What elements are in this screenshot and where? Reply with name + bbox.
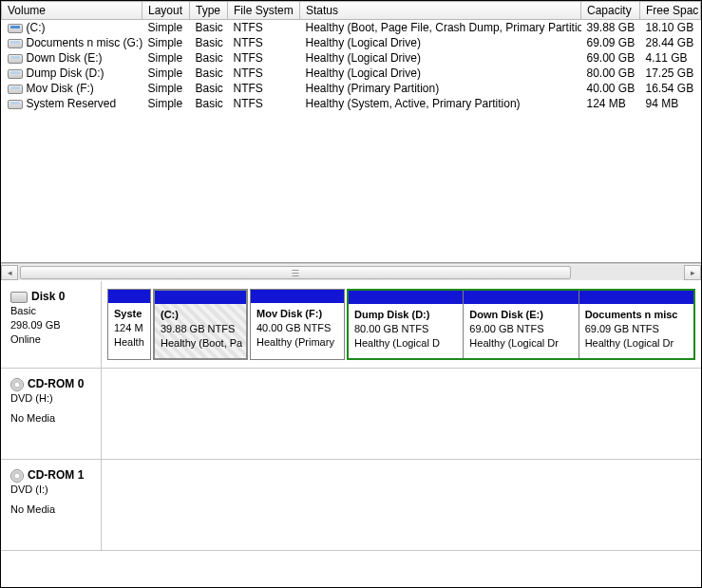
column-header-row[interactable]: Volume Layout Type File System Status Ca… xyxy=(2,2,701,20)
partition-size: 39.88 GB NTFS xyxy=(161,322,240,336)
col-freespace[interactable]: Free Spac xyxy=(640,2,701,20)
cdrom0-nomedia: No Media xyxy=(10,406,95,426)
volume-free: 94 MB xyxy=(640,96,701,111)
partition-size: 40.00 GB NTFS xyxy=(256,321,338,335)
disk-graphical-pane[interactable]: Disk 0 Basic 298.09 GB Online Syste124 M… xyxy=(1,280,701,587)
horizontal-scrollbar[interactable]: ◂ ▸ xyxy=(1,263,701,280)
volume-fs: NTFS xyxy=(228,66,300,81)
col-type[interactable]: Type xyxy=(190,2,228,20)
volume-row[interactable]: (C:)SimpleBasicNTFSHealthy (Boot, Page F… xyxy=(2,20,701,36)
volume-capacity: 80.00 GB xyxy=(581,66,640,81)
volume-name: Down Disk (E:) xyxy=(27,51,103,65)
volume-status: Healthy (Logical Drive) xyxy=(300,50,581,66)
volume-free: 17.25 GB xyxy=(640,66,701,81)
volume-row[interactable]: System ReservedSimpleBasicNTFSHealthy (S… xyxy=(2,96,701,111)
partition-status: Health xyxy=(114,335,144,350)
partition-box[interactable]: Documents n misc69.09 GB NTFSHealthy (Lo… xyxy=(579,291,693,358)
drive-icon xyxy=(8,54,23,64)
volume-type: Basic xyxy=(190,20,228,36)
volume-fs: NTFS xyxy=(228,96,300,111)
col-layout[interactable]: Layout xyxy=(142,2,190,20)
disk-row-cdrom1[interactable]: CD-ROM 1 DVD (I:) No Media xyxy=(1,460,701,551)
col-filesystem[interactable]: File System xyxy=(228,2,300,20)
scroll-thumb[interactable] xyxy=(20,266,571,279)
drive-icon xyxy=(8,69,23,79)
volume-layout: Simple xyxy=(142,50,190,66)
volume-type: Basic xyxy=(190,81,228,96)
partition-color-bar xyxy=(155,291,246,304)
partition-color-bar xyxy=(464,291,578,304)
partition-box[interactable]: Syste124 MHealth xyxy=(107,289,151,360)
volume-capacity: 39.88 GB xyxy=(581,20,640,36)
partition-size: 69.09 GB NTFS xyxy=(585,322,688,336)
partition-color-bar xyxy=(251,290,344,303)
volume-fs: NTFS xyxy=(228,20,300,36)
partition-name: Mov Disk (F:) xyxy=(256,307,338,321)
disk-title: Disk 0 xyxy=(31,290,65,303)
partition-name: (C:) xyxy=(161,308,240,322)
disk-row-disk0[interactable]: Disk 0 Basic 298.09 GB Online Syste124 M… xyxy=(1,281,701,369)
cdrom0-title: CD-ROM 0 xyxy=(28,377,84,390)
volume-table[interactable]: Volume Layout Type File System Status Ca… xyxy=(1,1,701,111)
volume-capacity: 69.00 GB xyxy=(581,50,640,66)
volume-capacity: 124 MB xyxy=(581,96,640,111)
disk-header-disk0[interactable]: Disk 0 Basic 298.09 GB Online xyxy=(1,281,102,368)
drive-icon xyxy=(8,100,23,109)
drive-icon xyxy=(8,85,23,94)
disk-type: Basic xyxy=(10,304,95,318)
volume-status: Healthy (System, Active, Primary Partiti… xyxy=(300,96,581,111)
partition-size: 80.00 GB NTFS xyxy=(354,322,457,336)
col-volume[interactable]: Volume xyxy=(2,2,142,20)
disk-icon xyxy=(10,292,28,303)
cdrom0-empty xyxy=(102,369,701,459)
volume-layout: Simple xyxy=(142,96,190,111)
volume-fs: NTFS xyxy=(228,35,300,50)
volume-row[interactable]: Mov Disk (F:)SimpleBasicNTFSHealthy (Pri… xyxy=(2,81,701,96)
partition-status: Healthy (Boot, Pa xyxy=(161,336,240,351)
partition-color-bar xyxy=(108,290,150,303)
partition-box[interactable]: Dump Disk (D:)80.00 GB NTFSHealthy (Logi… xyxy=(349,291,463,358)
disk-header-cdrom0[interactable]: CD-ROM 0 DVD (H:) No Media xyxy=(1,369,102,459)
scroll-right-button[interactable]: ▸ xyxy=(684,265,701,280)
cdrom1-title: CD-ROM 1 xyxy=(28,468,84,482)
partition-name: Down Disk (E:) xyxy=(469,308,572,322)
volume-row[interactable]: Documents n misc (G:)SimpleBasicNTFSHeal… xyxy=(2,35,701,50)
volume-name: Dump Disk (D:) xyxy=(27,66,104,80)
cdrom1-nomedia: No Media xyxy=(10,497,95,517)
col-status[interactable]: Status xyxy=(300,2,581,20)
volume-name: Mov Disk (F:) xyxy=(27,82,94,95)
volume-free: 18.10 GB xyxy=(640,20,701,36)
disk-header-cdrom1[interactable]: CD-ROM 1 DVD (I:) No Media xyxy=(1,460,102,550)
volume-type: Basic xyxy=(190,96,228,111)
cdrom1-sub: DVD (I:) xyxy=(10,483,95,497)
volume-list-pane[interactable]: Volume Layout Type File System Status Ca… xyxy=(1,1,701,263)
cdrom-icon xyxy=(10,469,24,483)
partition-box[interactable]: Mov Disk (F:)40.00 GB NTFSHealthy (Prima… xyxy=(250,289,345,360)
volume-free: 28.44 GB xyxy=(640,35,701,50)
volume-row[interactable]: Dump Disk (D:)SimpleBasicNTFSHealthy (Lo… xyxy=(2,66,701,81)
volume-layout: Simple xyxy=(142,66,190,81)
volume-layout: Simple xyxy=(142,81,190,96)
cdrom-icon xyxy=(10,378,24,391)
partition-size: 124 M xyxy=(114,321,144,335)
partitions-container: Syste124 MHealth(C:)39.88 GB NTFSHealthy… xyxy=(102,281,701,368)
volume-layout: Simple xyxy=(142,35,190,50)
volume-fs: NTFS xyxy=(228,50,300,66)
volume-status: Healthy (Logical Drive) xyxy=(300,35,581,50)
volume-status: Healthy (Logical Drive) xyxy=(300,66,581,81)
disk-row-cdrom0[interactable]: CD-ROM 0 DVD (H:) No Media xyxy=(1,369,701,460)
scroll-left-button[interactable]: ◂ xyxy=(1,265,18,280)
disk-status: Online xyxy=(10,332,95,347)
scroll-track[interactable] xyxy=(18,265,684,280)
partition-box[interactable]: (C:)39.88 GB NTFSHealthy (Boot, Pa xyxy=(153,289,248,360)
col-capacity[interactable]: Capacity xyxy=(581,2,640,20)
partition-color-bar xyxy=(579,291,693,304)
partition-box[interactable]: Down Disk (E:)69.00 GB NTFSHealthy (Logi… xyxy=(463,291,578,358)
volume-name: Documents n misc (G:) xyxy=(27,36,142,49)
volume-capacity: 69.09 GB xyxy=(581,35,640,50)
volume-type: Basic xyxy=(190,50,228,66)
partition-status: Healthy (Logical D xyxy=(354,336,457,351)
volume-row[interactable]: Down Disk (E:)SimpleBasicNTFSHealthy (Lo… xyxy=(2,50,701,66)
partition-color-bar xyxy=(349,291,463,304)
extended-partition-group[interactable]: Dump Disk (D:)80.00 GB NTFSHealthy (Logi… xyxy=(347,289,695,360)
